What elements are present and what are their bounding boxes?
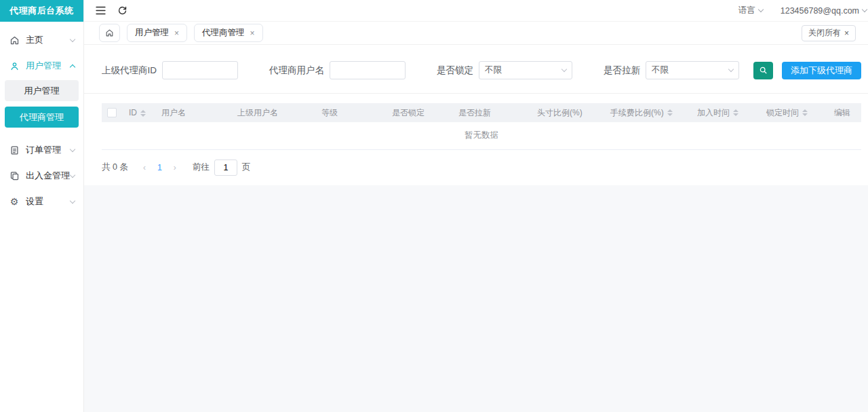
- close-all-label: 关闭所有: [808, 27, 841, 39]
- chevron-down-icon: [70, 146, 75, 151]
- column-header-id[interactable]: ID: [123, 103, 156, 122]
- column-header-position-ratio: 头寸比例(%): [532, 103, 605, 122]
- close-icon: ×: [844, 29, 849, 38]
- sidebar-item-settings[interactable]: ⚙ 设置: [0, 189, 83, 214]
- close-icon[interactable]: ×: [250, 29, 255, 38]
- goto-page-input[interactable]: [214, 160, 237, 176]
- sidebar-subitem-agent-management[interactable]: 代理商管理: [5, 107, 79, 128]
- language-label: 语言: [738, 5, 755, 16]
- user-icon: [9, 60, 20, 71]
- sidebar-item-user-management[interactable]: 用户管理: [0, 53, 83, 79]
- close-icon[interactable]: ×: [174, 29, 179, 38]
- column-label: 等级: [321, 108, 338, 117]
- filter-bar: 上级代理商ID 代理商用户名 是否锁定 不限 是否拉新 不限: [102, 61, 861, 79]
- chevron-down-icon: [862, 7, 867, 12]
- tab-label: 代理商管理: [202, 27, 245, 39]
- filter-agent-username: 代理商用户名: [269, 61, 406, 79]
- topbar-right: 语言 123456789@qq.com: [738, 5, 867, 16]
- column-header-fee-ratio[interactable]: 手续费比例(%): [605, 103, 692, 122]
- sidebar-item-order-management[interactable]: 订单管理: [0, 137, 83, 163]
- app-title: 代理商后台系统: [0, 0, 83, 22]
- column-header-locked: 是否锁定: [387, 103, 453, 122]
- agent-username-label: 代理商用户名: [269, 64, 324, 77]
- column-label: 上级用户名: [237, 108, 278, 117]
- sidebar-menu: 主页 用户管理 用户管理 代理商管理 订单管理: [0, 22, 83, 214]
- column-header-join-time[interactable]: 加入时间: [692, 103, 761, 122]
- empty-state-text: 暂无数据: [102, 122, 861, 149]
- pagination: 共 0 条 ‹ 1 › 前往 页: [102, 160, 861, 176]
- locked-select-value: 不限: [485, 64, 502, 76]
- column-label: 用户名: [161, 108, 186, 117]
- column-label: 手续费比例(%): [610, 108, 664, 117]
- tab-agent-management[interactable]: 代理商管理 ×: [194, 24, 263, 42]
- column-label: 锁定时间: [766, 108, 799, 117]
- prev-page-icon[interactable]: ‹: [139, 163, 150, 172]
- empty-state-row: 暂无数据: [102, 122, 861, 149]
- sidebar-item-funds-management[interactable]: 出入金管理: [0, 163, 83, 189]
- filter-locked: 是否锁定 不限: [437, 61, 572, 79]
- sort-icon[interactable]: [140, 110, 146, 117]
- column-label: 加入时间: [697, 108, 730, 117]
- sidebar-item-label: 订单管理: [26, 144, 71, 156]
- gear-icon: ⚙: [9, 196, 20, 207]
- column-header-username: 用户名: [156, 103, 232, 122]
- locked-label: 是否锁定: [437, 64, 473, 77]
- tab-user-management[interactable]: 用户管理 ×: [127, 24, 187, 42]
- parent-agent-id-label: 上级代理商ID: [102, 64, 157, 77]
- sidebar-item-label: 出入金管理: [26, 170, 71, 182]
- column-label: ID: [129, 108, 137, 117]
- menu-fold-icon[interactable]: [94, 4, 107, 18]
- locked-select[interactable]: 不限: [479, 61, 572, 79]
- home-icon: [105, 29, 114, 37]
- parent-agent-id-input[interactable]: [162, 61, 238, 79]
- refresh-icon[interactable]: [115, 4, 129, 18]
- select-all-cell: [102, 103, 123, 122]
- tabbar: 用户管理 × 代理商管理 × 关闭所有 ×: [84, 22, 868, 45]
- pull-new-select[interactable]: 不限: [646, 61, 739, 79]
- user-dropdown[interactable]: 123456789@qq.com: [781, 6, 867, 16]
- document-icon: [9, 145, 20, 155]
- next-page-icon[interactable]: ›: [170, 163, 180, 172]
- sidebar-item-label: 用户管理: [26, 60, 71, 72]
- search-icon: [759, 66, 768, 75]
- sort-icon[interactable]: [802, 109, 808, 116]
- home-icon: [9, 35, 20, 45]
- search-button[interactable]: [753, 62, 773, 79]
- agent-username-input[interactable]: [330, 61, 406, 79]
- topbar: 语言 123456789@qq.com: [84, 0, 868, 22]
- column-header-edit: 编辑: [829, 103, 861, 122]
- chevron-down-icon: [758, 7, 764, 12]
- chevron-up-icon: [70, 64, 75, 69]
- table-header-row: ID 用户名 上级用户名 等级 是否锁定 是否拉新 头寸比例(%) 手续费比例(…: [102, 103, 861, 122]
- divider: [84, 93, 868, 94]
- column-header-lock-time[interactable]: 锁定时间: [761, 103, 829, 122]
- filter-parent-agent-id: 上级代理商ID: [102, 61, 238, 79]
- add-sub-agent-button[interactable]: 添加下级代理商: [782, 62, 861, 79]
- sidebar-subitem-label: 代理商管理: [20, 111, 64, 124]
- close-all-tabs-button[interactable]: 关闭所有 ×: [802, 25, 856, 41]
- chevron-down-icon: [728, 67, 734, 72]
- language-dropdown[interactable]: 语言: [738, 5, 763, 16]
- goto-page: 前往 页: [193, 160, 251, 176]
- tab-label: 用户管理: [135, 27, 169, 39]
- pull-new-label: 是否拉新: [604, 64, 640, 77]
- sidebar-subitem-user-management[interactable]: 用户管理: [5, 80, 79, 101]
- select-all-checkbox[interactable]: [107, 108, 117, 117]
- tab-home[interactable]: [99, 24, 120, 42]
- column-label: 头寸比例(%): [537, 108, 583, 117]
- pull-new-select-value: 不限: [652, 64, 669, 76]
- filter-pull-new: 是否拉新 不限: [604, 61, 739, 79]
- column-label: 是否拉新: [458, 108, 491, 117]
- sort-icon[interactable]: [733, 109, 738, 116]
- goto-label: 前往: [193, 162, 210, 173]
- page-number-1[interactable]: 1: [153, 163, 167, 172]
- sidebar-subitem-label: 用户管理: [24, 85, 60, 97]
- chevron-down-icon: [70, 172, 75, 177]
- sort-icon[interactable]: [667, 109, 673, 116]
- column-header-parent-username: 上级用户名: [232, 103, 316, 122]
- sidebar-item-home[interactable]: 主页: [0, 27, 83, 53]
- sidebar: 代理商后台系统 主页 用户管理 用户管理 代理商管理: [0, 0, 84, 412]
- pagination-total: 共 0 条: [102, 162, 128, 173]
- column-label: 编辑: [834, 108, 850, 117]
- user-email: 123456789@qq.com: [781, 6, 859, 16]
